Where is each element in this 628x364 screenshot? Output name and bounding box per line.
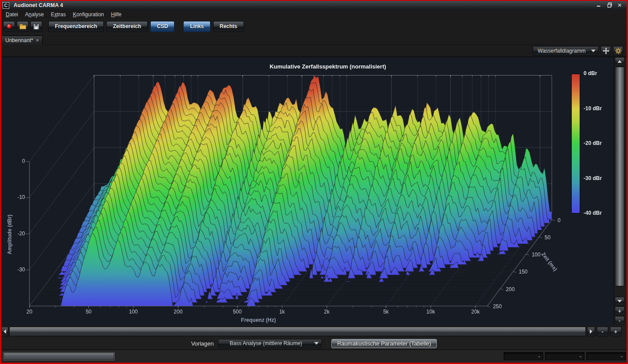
tab-Unbennant[interactable]: Unbennant*× (1, 36, 43, 45)
diagram-type-select[interactable]: Wasserfalldiagramm (533, 46, 599, 56)
waterfall-chart-canvas[interactable] (1, 57, 613, 326)
menubar: DateiAnalyseExtrasKonfigurationHilfe (1, 10, 627, 19)
status-field-1: - (504, 352, 543, 360)
maximize-icon[interactable] (606, 2, 613, 8)
tabbar: Unbennant*× (1, 33, 627, 45)
template-select-value: Bass Analyse (mittlere Räume) (221, 340, 311, 346)
room-acoustic-parameters-button[interactable]: Raumakustische Parameter (Tabelle) (331, 339, 437, 348)
toolbar-button-frequenzbereich[interactable]: Frequenzbereich (48, 21, 104, 32)
tab-label: Unbennant* (5, 37, 33, 43)
open-button[interactable] (17, 21, 29, 32)
zoom-out-horizontal-button[interactable]: - (597, 327, 608, 336)
zoom-in-vertical-button[interactable]: + (615, 306, 624, 315)
horizontal-scrollbar: - + (1, 326, 627, 337)
chevron-up-icon (617, 60, 622, 63)
zoom-in-horizontal-button[interactable]: + (610, 327, 621, 336)
toolbar: FrequenzbereichZeitbereichCSD LinksRecht… (1, 19, 627, 33)
scroll-up-button[interactable] (615, 57, 624, 66)
chevron-left-icon (4, 329, 6, 334)
progress-bar-fill (4, 353, 114, 360)
record-border (0, 0, 1, 364)
zoom-out-vertical-button[interactable]: - (615, 316, 624, 325)
panel-header: Wasserfalldiagramm (1, 45, 627, 57)
menu-item-hilfe[interactable]: Hilfe (109, 10, 126, 19)
record-icon (7, 24, 12, 29)
scroll-down-button[interactable] (615, 297, 624, 306)
toolbar-button-rechts[interactable]: Rechts (213, 21, 244, 32)
vertical-scrollbar-thumb[interactable] (615, 67, 624, 286)
diagram-type-value: Wasserfalldiagramm (536, 48, 588, 54)
app-icon: C (3, 2, 9, 9)
templates-label: Vorlagen (191, 340, 214, 347)
status-field-3: - (586, 352, 626, 360)
folder-icon (19, 23, 26, 29)
move-icon (603, 47, 610, 54)
pan-button[interactable] (601, 46, 611, 56)
scroll-left-button[interactable] (1, 327, 8, 336)
toolbar-button-csd[interactable]: CSD (150, 21, 174, 32)
chevron-down-icon (617, 300, 622, 303)
menu-item-konfiguration[interactable]: Konfiguration (70, 10, 109, 19)
window-title: Audionet CARMA 4 (14, 2, 63, 8)
templates-row: Vorlagen Bass Analyse (mittlere Räume) R… (1, 337, 627, 350)
chevron-down-icon (314, 342, 319, 345)
minimize-icon[interactable] (595, 2, 602, 8)
template-select[interactable]: Bass Analyse (mittlere Räume) (218, 339, 322, 348)
vertical-scrollbar: + - (613, 57, 625, 326)
settings-button[interactable] (613, 46, 623, 56)
floppy-icon (33, 23, 40, 30)
statusbar: --- (1, 350, 627, 363)
menu-item-extras[interactable]: Extras (48, 10, 70, 19)
toolbar-button-links[interactable]: Links (183, 21, 210, 32)
record-border (0, 0, 628, 1)
horizontal-scrollbar-thumb[interactable] (9, 327, 586, 336)
menu-item-analyse[interactable]: Analyse (22, 10, 48, 19)
scroll-right-button[interactable] (587, 327, 595, 336)
divider (326, 339, 327, 347)
toolbar-button-zeitbereich[interactable]: Zeitbereich (106, 21, 148, 32)
tab-close-icon[interactable]: × (36, 38, 39, 43)
chevron-down-icon (591, 50, 595, 52)
gear-icon (615, 47, 622, 54)
waterfall-chart-panel: Kumulative Zerfallsspektrum (normalisier… (1, 57, 613, 326)
status-field-2: - (545, 352, 584, 360)
record-button[interactable] (3, 21, 15, 32)
menu-item-datei[interactable]: Datei (3, 10, 22, 19)
progress-bar (3, 352, 115, 360)
app-window: C Audionet CARMA 4 ✕ DateiAnalyseExtrasK… (0, 0, 628, 364)
close-icon[interactable]: ✕ (616, 2, 623, 8)
save-button[interactable] (30, 21, 42, 32)
chevron-right-icon (590, 329, 592, 334)
titlebar[interactable]: C Audionet CARMA 4 ✕ (1, 1, 627, 10)
